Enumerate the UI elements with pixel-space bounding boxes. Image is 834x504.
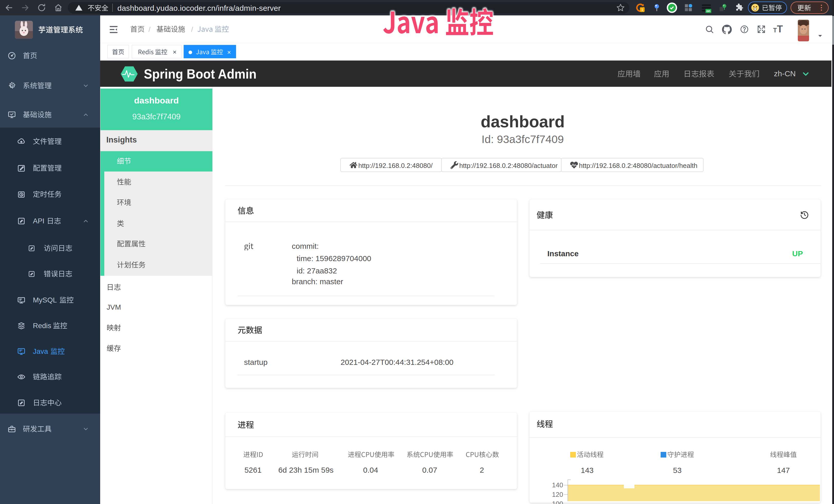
svg-text:1: 1: [641, 7, 643, 12]
svg-text:on: on: [706, 9, 710, 13]
